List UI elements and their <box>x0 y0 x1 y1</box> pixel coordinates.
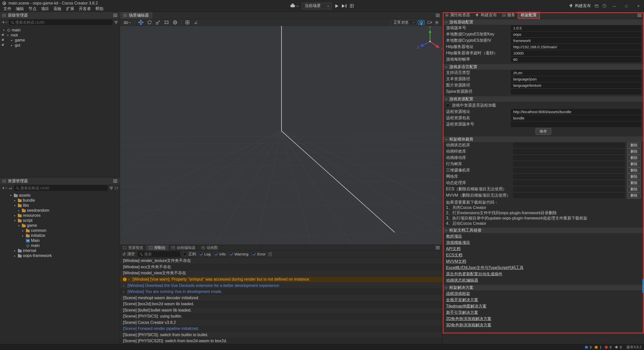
doc-link[interactable]: 原生包热更新配置自动生成插件 <box>446 271 502 277</box>
asset-node[interactable]: ▸ seedrandom <box>0 208 120 213</box>
expand-arrow-icon[interactable]: ▾ <box>13 219 17 222</box>
close-button[interactable]: × <box>634 3 642 10</box>
rect-tool-button[interactable] <box>163 20 170 25</box>
section-header-solutions[interactable]: 框架解决方案 <box>442 285 644 290</box>
section-header-modules[interactable]: 框架模块裁剪 <box>442 137 644 142</box>
property-input[interactable] <box>511 57 641 62</box>
asset-node[interactable]: main <box>0 243 120 248</box>
delete-button[interactable]: 删除 <box>627 193 641 199</box>
sort-icon[interactable] <box>9 187 12 190</box>
log-filter[interactable]: Info <box>214 252 226 256</box>
log-filter[interactable]: Error <box>252 252 265 256</box>
layout-button[interactable] <box>350 4 354 8</box>
tab-scene-editor[interactable]: 场景编辑器 <box>120 12 152 19</box>
property-input[interactable] <box>511 25 641 31</box>
asset-node[interactable]: ▸ bundle <box>0 198 120 203</box>
property-input[interactable] <box>511 51 641 56</box>
inspector-tab[interactable]: 属性检查器 <box>442 12 473 19</box>
log-row[interactable]: ! › [Scene] Forward render pipeline init… <box>120 326 442 332</box>
create-node-button[interactable]: + <box>2 20 7 25</box>
log-row[interactable]: ! › [Scene] [bullet]:bullet wasm lib loa… <box>120 307 442 314</box>
asset-node[interactable]: Main <box>0 238 120 243</box>
move-tool-button[interactable] <box>137 20 145 25</box>
solution-link[interactable]: 新手引导解决方案 <box>446 309 478 316</box>
asset-node[interactable]: ▾ script <box>0 218 120 223</box>
log-row[interactable]: ! › [Window] You are running Vue in deve… <box>120 289 442 295</box>
panel-menu-icon[interactable] <box>436 246 440 249</box>
assets-search-input[interactable] <box>20 186 106 190</box>
menu-item[interactable]: 编辑 <box>14 6 26 12</box>
delete-button[interactable]: 删除 <box>627 167 641 173</box>
property-input[interactable] <box>511 70 641 75</box>
console-tab[interactable]: 控制台 <box>146 245 169 250</box>
solution-link[interactable]: 战棋游戏框架 <box>446 290 470 297</box>
panel-menu-icon[interactable] <box>637 14 641 17</box>
delete-button[interactable]: 删除 <box>627 180 641 186</box>
doc-link[interactable]: Excel格式转Json文件与TypeScript代码工具 <box>446 265 524 271</box>
log-filter[interactable]: Log <box>199 252 211 256</box>
property-input[interactable] <box>511 38 641 43</box>
expand-arrow-icon[interactable]: › <box>128 277 131 282</box>
hierarchy-node[interactable]: ▾ root <box>0 33 120 38</box>
property-input[interactable] <box>511 115 641 121</box>
filter-checkbox[interactable] <box>214 252 218 256</box>
asset-node[interactable]: ▸ internal <box>0 248 120 253</box>
view-mode-dropdown[interactable]: 正常浏览 <box>391 20 417 25</box>
log-row[interactable]: ! › [Window] model_view文件夹不存在 <box>120 270 442 277</box>
regex-filter[interactable]: 正则 <box>183 252 196 256</box>
log-row[interactable]: ! › [Scene] [box2d]:box2d wasm lib loade… <box>120 301 442 308</box>
assets-search[interactable] <box>14 185 108 191</box>
expand-arrow-icon[interactable]: › <box>123 283 126 288</box>
hierarchy-search[interactable] <box>9 20 112 25</box>
hierarchy-node[interactable]: ▸ gui <box>0 43 120 48</box>
build-publish-button[interactable]: 构建发布 <box>569 3 591 9</box>
asset-node[interactable]: ▸ common <box>0 228 120 233</box>
remote-load-checkbox[interactable] <box>446 104 450 107</box>
export-log-icon[interactable] <box>269 252 272 256</box>
asset-node[interactable]: ▸ initialize <box>0 233 120 238</box>
delete-button[interactable]: 删除 <box>627 186 641 192</box>
rotate-tool-button[interactable] <box>146 20 153 25</box>
console-search-input[interactable] <box>144 252 178 256</box>
log-row[interactable]: ! › [Window] render_texture文件夹不存在 <box>120 258 442 264</box>
asset-node[interactable]: ▾ game <box>0 223 120 228</box>
delete-button[interactable]: 删除 <box>627 142 641 148</box>
device-select-button[interactable] <box>290 5 298 7</box>
step-button[interactable] <box>342 4 346 8</box>
section-header-basic[interactable]: 游戏基础配置 <box>442 19 644 25</box>
asset-node[interactable]: ▸ oops-framework <box>0 253 120 258</box>
log-row[interactable]: ! › [Scene] [PHYSICS]: using builtin. <box>120 314 442 320</box>
error-count-icon[interactable] <box>605 346 608 349</box>
asset-node[interactable]: ▾ libs <box>0 203 120 208</box>
property-input[interactable] <box>511 109 641 114</box>
menu-item[interactable]: 节点 <box>26 6 39 12</box>
doc-link[interactable]: MVVM文档 <box>446 258 466 265</box>
section-header-resource[interactable]: 游戏资源配置 <box>442 96 644 102</box>
expand-arrow-icon[interactable]: ▸ <box>21 234 25 237</box>
scene-light-toggle[interactable] <box>418 20 425 25</box>
filter-checkbox[interactable] <box>199 252 203 256</box>
save-button[interactable]: 保存 <box>536 128 551 135</box>
expand-arrow-icon[interactable]: ▸ <box>21 229 25 232</box>
expand-arrow-icon[interactable]: ▾ <box>13 204 17 207</box>
expand-arrow-icon[interactable]: ▸ <box>10 39 14 42</box>
scene-viewport[interactable]: Y X Z <box>120 26 442 245</box>
property-input[interactable] <box>511 32 641 37</box>
doc-link[interactable]: 游戏模板项目 <box>446 239 470 246</box>
expand-arrow-icon[interactable]: ▾ <box>6 34 10 37</box>
expand-arrow-icon[interactable]: › <box>123 289 126 294</box>
scene-settings-button[interactable] <box>433 20 440 25</box>
console-tab[interactable]: 动画图 <box>198 245 221 250</box>
expand-arrow-icon[interactable]: ▸ <box>13 249 17 252</box>
expand-arrow-icon[interactable]: ▾ <box>9 194 13 197</box>
transform-space-button[interactable] <box>171 20 179 25</box>
menu-item[interactable]: 扩展 <box>64 6 76 12</box>
delete-button[interactable]: 删除 <box>627 174 641 180</box>
delete-button[interactable]: 删除 <box>627 161 641 167</box>
minimize-button[interactable]: — <box>610 3 618 10</box>
inspector-tab[interactable]: 服务 <box>500 12 518 19</box>
angle-snap-button[interactable] <box>192 20 200 25</box>
scale-tool-button[interactable] <box>154 20 162 25</box>
menu-item[interactable]: 面板 <box>51 6 64 12</box>
solution-link[interactable]: 2D角色扮演游戏解决方案 <box>446 316 491 322</box>
